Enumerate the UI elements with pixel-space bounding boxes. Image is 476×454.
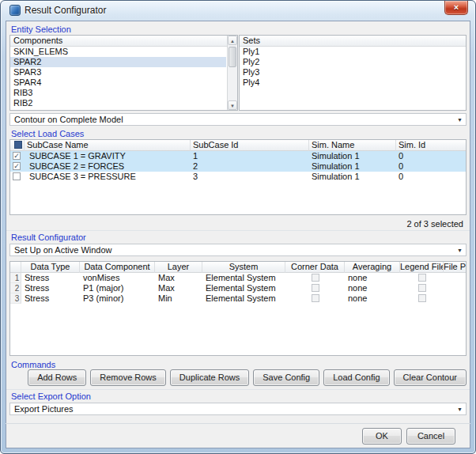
export-combo-value: Export Pictures xyxy=(14,404,74,414)
checkbox[interactable]: ✓ xyxy=(13,152,21,160)
list-item[interactable]: SPAR4 xyxy=(10,78,226,88)
list-item[interactable]: SKIN_ELEMS xyxy=(10,47,226,57)
data-component-cell[interactable]: P1 (major) xyxy=(80,283,155,293)
sim-id: 0 xyxy=(396,172,467,182)
column-header-file-path[interactable]: File Path xyxy=(444,262,467,273)
result-configurator-table: Data Type Data Component Layer System Co… xyxy=(9,261,467,356)
chevron-down-icon[interactable]: ▼ xyxy=(457,248,463,254)
result-table-header: Data Type Data Component Layer System Co… xyxy=(10,262,466,273)
sets-list-header[interactable]: Sets xyxy=(240,36,466,47)
averaging-cell[interactable]: none xyxy=(345,273,400,283)
scroll-down-icon[interactable]: ▼ xyxy=(228,100,237,110)
averaging-cell[interactable]: none xyxy=(345,293,400,304)
contour-combo-value: Contour on Complete Model xyxy=(14,115,123,124)
check-icon: ✓ xyxy=(13,162,20,170)
select-all-checkbox[interactable] xyxy=(14,141,22,149)
data-type-cell[interactable]: Stress xyxy=(21,273,80,283)
legend-file-checkbox[interactable] xyxy=(418,274,426,282)
list-item[interactable]: RIB3 xyxy=(10,88,226,98)
selection-status: 2 of 3 selected xyxy=(406,219,463,229)
add-rows-button[interactable]: Add Rows xyxy=(28,369,86,386)
list-item[interactable]: RIB2 xyxy=(10,98,226,108)
remove-rows-button[interactable]: Remove Rows xyxy=(90,369,166,386)
file-path-cell[interactable] xyxy=(444,293,467,304)
list-item[interactable]: Ply3 xyxy=(240,67,466,78)
column-header-layer[interactable]: Layer xyxy=(155,262,202,273)
select-all-header[interactable] xyxy=(10,140,25,151)
table-row[interactable]: 3 Stress P3 (minor) Min Elemental System… xyxy=(10,293,466,304)
table-row[interactable]: ✓ SUBCASE 2 = FORCES 2 Simulation 1 0 xyxy=(10,161,466,172)
scrollbar-thumb[interactable] xyxy=(229,47,236,67)
file-path-cell[interactable] xyxy=(444,283,467,293)
list-item[interactable]: Ply1 xyxy=(240,47,466,57)
column-header-data-type[interactable]: Data Type xyxy=(21,262,80,273)
load-cases-table: SubCase Name SubCase Id Sim. Name Sim. I… xyxy=(9,139,467,215)
data-component-cell[interactable]: vonMises xyxy=(80,273,155,283)
cancel-button[interactable]: Cancel xyxy=(406,428,455,445)
scroll-up-icon[interactable]: ▲ xyxy=(228,36,237,45)
contour-mode-combobox[interactable]: Contour on Complete Model ▼ xyxy=(9,113,467,126)
export-option-label: Select Export Option xyxy=(11,392,91,401)
table-row[interactable]: 1 Stress vonMises Max Elemental System n… xyxy=(10,273,466,283)
column-header-sim-name[interactable]: Sim. Name xyxy=(309,140,396,151)
divider xyxy=(6,230,470,231)
data-component-cell[interactable]: P3 (minor) xyxy=(80,293,155,304)
chevron-down-icon[interactable]: ▼ xyxy=(457,117,463,123)
list-item[interactable]: SPAR3 xyxy=(10,67,226,78)
table-row[interactable]: 2 Stress P1 (major) Max Elemental System… xyxy=(10,283,466,293)
sets-list: Sets Ply1 Ply2 Ply3 Ply4 xyxy=(239,35,467,111)
system-cell[interactable]: Elemental System xyxy=(202,293,285,304)
ok-button[interactable]: OK xyxy=(362,428,402,445)
list-item[interactable]: SPAR2 xyxy=(10,57,226,67)
corner-data-checkbox[interactable] xyxy=(312,294,319,302)
setup-combo-value: Set Up on Active Window xyxy=(14,245,112,255)
column-header-system[interactable]: System xyxy=(202,262,285,273)
column-header-averaging[interactable]: Averaging xyxy=(345,262,400,273)
divider xyxy=(6,423,470,424)
command-buttons: Add Rows Remove Rows Duplicate Rows Save… xyxy=(28,369,467,386)
sim-name: Simulation 1 xyxy=(309,161,396,172)
column-header-subcase-id[interactable]: SubCase Id xyxy=(191,140,309,151)
checkbox[interactable]: ✓ xyxy=(13,162,21,170)
subcase-name: SUBCASE 2 = FORCES xyxy=(25,161,191,172)
legend-file-checkbox[interactable] xyxy=(418,294,426,302)
divider xyxy=(6,389,470,390)
list-item[interactable]: Ply4 xyxy=(240,78,466,88)
subcase-id: 3 xyxy=(191,172,309,182)
row-number: 1 xyxy=(10,273,21,283)
chevron-down-icon[interactable]: ▼ xyxy=(457,407,463,413)
table-row[interactable]: SUBCASE 3 = PRESSURE 3 Simulation 1 0 xyxy=(10,172,466,182)
save-config-button[interactable]: Save Config xyxy=(253,369,319,386)
system-cell[interactable]: Elemental System xyxy=(202,283,285,293)
layer-cell[interactable]: Max xyxy=(155,283,202,293)
column-header-sim-id[interactable]: Sim. Id xyxy=(396,140,467,151)
file-path-cell[interactable] xyxy=(444,273,467,283)
system-cell[interactable]: Elemental System xyxy=(202,273,285,283)
close-button[interactable]: × xyxy=(444,1,468,15)
components-scrollbar[interactable]: ▲ ▼ xyxy=(227,36,237,110)
sim-id: 0 xyxy=(396,161,467,172)
table-row[interactable]: ✓ SUBCASE 1 = GRAVITY 1 Simulation 1 0 xyxy=(10,151,466,161)
row-number: 2 xyxy=(10,283,21,293)
legend-file-checkbox[interactable] xyxy=(418,284,426,292)
duplicate-rows-button[interactable]: Duplicate Rows xyxy=(170,369,249,386)
checkbox[interactable] xyxy=(13,172,21,180)
load-config-button[interactable]: Load Config xyxy=(323,369,389,386)
column-header-data-component[interactable]: Data Component xyxy=(80,262,155,273)
clear-contour-button[interactable]: Clear Contour xyxy=(394,369,467,386)
column-header-corner-data[interactable]: Corner Data xyxy=(285,262,345,273)
layer-cell[interactable]: Max xyxy=(155,273,202,283)
column-header-legend-file[interactable]: Legend File xyxy=(400,262,444,273)
list-item[interactable]: Ply2 xyxy=(240,57,466,67)
column-header-subcase-name[interactable]: SubCase Name xyxy=(25,140,191,151)
setup-target-combobox[interactable]: Set Up on Active Window ▼ xyxy=(9,244,467,256)
column-header-row-number xyxy=(10,262,21,273)
data-type-cell[interactable]: Stress xyxy=(21,293,80,304)
layer-cell[interactable]: Min xyxy=(155,293,202,304)
averaging-cell[interactable]: none xyxy=(345,283,400,293)
components-list-header[interactable]: Components xyxy=(10,36,237,47)
export-option-combobox[interactable]: Export Pictures ▼ xyxy=(9,403,467,415)
corner-data-checkbox[interactable] xyxy=(312,284,319,292)
corner-data-checkbox[interactable] xyxy=(312,274,319,282)
data-type-cell[interactable]: Stress xyxy=(21,283,80,293)
